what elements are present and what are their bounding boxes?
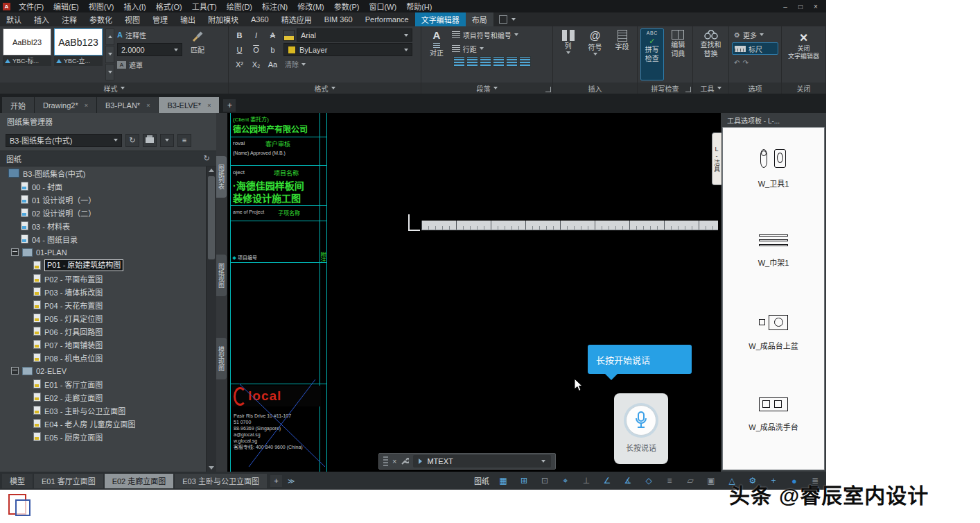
align-right-icon[interactable] — [480, 56, 491, 67]
bold-button[interactable]: B — [231, 28, 247, 42]
sheet-item[interactable]: 01 设计说明（一） — [0, 193, 207, 206]
sheet-item[interactable]: 02 设计说明（二） — [0, 206, 207, 219]
scroll-up-icon[interactable] — [209, 169, 214, 172]
italic-button[interactable]: I — [248, 28, 264, 42]
lineweight-icon[interactable]: ≡ — [663, 474, 676, 488]
bullets-numbering-button[interactable]: 项目符号和编号 — [452, 28, 550, 41]
file-tab-drawing2[interactable]: Drawing2* — [35, 97, 96, 113]
tab-featured-apps[interactable]: 精选应用 — [275, 12, 318, 26]
color-combo[interactable]: ByLayer — [283, 43, 412, 56]
align-left-icon[interactable] — [453, 56, 465, 67]
tab-manage[interactable]: 管理 — [146, 12, 174, 26]
sheet-item[interactable]: 03 - 材料表 — [0, 219, 207, 232]
layout-tab-e03[interactable]: E03 主卧与公卫立面图 — [175, 474, 267, 488]
maximize-button[interactable]: □ — [793, 0, 808, 12]
sheet-item[interactable]: E02 - 走廊立面图 — [0, 391, 207, 404]
tab-insert[interactable]: 插入 — [28, 12, 55, 26]
panel-label-close[interactable]: 关闭 — [782, 83, 825, 94]
sheet-mode-label[interactable]: 图纸 — [474, 475, 489, 486]
align-distribute-icon[interactable] — [506, 56, 518, 67]
close-text-editor-button[interactable]: × 关闭 文字编辑器 — [785, 28, 823, 80]
tab-text-editor[interactable]: 文字编辑器 — [415, 12, 466, 26]
symbol-button[interactable]: @ 符号 — [583, 28, 607, 80]
menu-edit[interactable]: 编辑(E) — [49, 0, 84, 12]
subscript-button[interactable]: X₂ — [248, 58, 264, 71]
paragraph-dialog-launcher-icon[interactable] — [545, 87, 551, 92]
menu-dimension[interactable]: 标注(N) — [257, 0, 292, 12]
close-icon[interactable] — [392, 457, 396, 465]
panel-label-style[interactable]: 样式 — [0, 83, 228, 94]
scroll-down-icon[interactable] — [209, 466, 214, 470]
command-input[interactable]: MTEXT — [413, 455, 551, 468]
new-drawing-tab-button[interactable]: + — [223, 99, 236, 112]
panel-label-spell[interactable]: 拼写检查 — [638, 83, 692, 94]
sheet-item[interactable]: P05 - 灯具定位图 — [0, 311, 207, 325]
menu-parametric[interactable]: 参数(P) — [329, 0, 365, 12]
sheet-item[interactable]: 04 - 图纸目录 — [0, 232, 207, 246]
menu-window[interactable]: 窗口(W) — [364, 0, 401, 12]
palette-item[interactable]: W_卫具1 — [723, 128, 824, 209]
underline-button[interactable]: U — [231, 43, 247, 57]
menu-help[interactable]: 帮助(H) — [401, 0, 437, 12]
columns-button[interactable]: 列 — [556, 28, 580, 80]
command-bar[interactable]: MTEXT — [378, 453, 556, 470]
drag-handle[interactable] — [383, 456, 388, 466]
tab-parametric[interactable]: 参数化 — [83, 12, 119, 26]
snap-icon[interactable]: ⊞ — [517, 474, 531, 488]
overline-button[interactable]: O — [248, 43, 264, 57]
view-options-button[interactable]: ≡ — [177, 134, 191, 147]
infer-constraints-icon[interactable]: ⊡ — [538, 474, 552, 488]
transparency-icon[interactable]: ▱ — [683, 474, 697, 488]
sheet-item[interactable]: P02 - 平面布置图 — [0, 272, 207, 285]
menu-modify[interactable]: 修改(M) — [292, 0, 329, 12]
sheet-item[interactable]: P07 - 地面铺装图 — [0, 338, 207, 351]
justify-button[interactable]: A 对正 — [424, 28, 449, 80]
menu-draw[interactable]: 绘图(D) — [222, 0, 257, 12]
annotative-toggle[interactable]: A 注释性 — [117, 28, 182, 41]
text-style-tile-1[interactable]: AaBbI23 YBC-标... — [3, 28, 51, 80]
panel-label-paragraph[interactable]: 段落 — [421, 83, 552, 94]
more-button[interactable]: ⚙ 更多 — [732, 28, 778, 41]
ruler-toggle-button[interactable]: 标尺 — [732, 42, 778, 55]
tab-sheet-list[interactable]: 图纸列表 — [216, 156, 227, 198]
close-tab-icon[interactable] — [207, 102, 211, 109]
palette-item[interactable]: W_成品洗手台 — [723, 373, 824, 455]
find-replace-button[interactable]: 查找和 替换 — [696, 28, 726, 80]
object-snap-tracking-icon[interactable]: ∡ — [621, 474, 635, 488]
sheet-item[interactable]: P04 - 天花布置图 — [0, 298, 207, 311]
wrench-icon[interactable] — [401, 457, 409, 465]
sheet-item[interactable]: E05 - 厨房立面图 — [0, 430, 207, 443]
align-default-icon[interactable] — [519, 56, 531, 67]
font-combo[interactable]: Arial — [297, 28, 412, 42]
menu-insert[interactable]: 插入(I) — [119, 0, 150, 12]
ortho-icon[interactable]: ⊥ — [579, 474, 593, 488]
close-tab-icon[interactable] — [85, 102, 88, 109]
text-editor-ruler[interactable] — [421, 221, 718, 230]
menu-file[interactable]: 文件(F) — [14, 0, 49, 12]
tab-annotate[interactable]: 注释 — [55, 12, 83, 26]
menu-tools[interactable]: 工具(T) — [187, 0, 222, 12]
tab-sheet-views[interactable]: 图纸视图 — [216, 255, 227, 296]
gallery-down-icon[interactable] — [105, 46, 114, 62]
sheet-item[interactable]: E01 - 客厅立面图 — [0, 377, 207, 391]
voice-input-button[interactable]: 长按说话 — [614, 393, 668, 464]
tab-layout[interactable]: 布局 — [466, 12, 493, 26]
gallery-expand-icon[interactable] — [105, 64, 114, 80]
object-snap-icon[interactable]: ◇ — [642, 474, 656, 488]
sheet-group-plan[interactable]: 01-PLAN — [0, 246, 207, 259]
panel-label-insert[interactable]: 插入 — [553, 83, 637, 94]
sheet-set-combo[interactable]: B3-图纸集合(中式) — [6, 134, 122, 147]
desktop-shortcut-icon[interactable] — [7, 491, 30, 522]
menu-format[interactable]: 格式(O) — [151, 0, 187, 12]
layout-tab-e01[interactable]: E01 客厅立面图 — [34, 474, 103, 488]
tab-bim360[interactable]: BIM 360 — [318, 12, 359, 26]
tab-performance[interactable]: Performance — [359, 12, 415, 26]
menu-view[interactable]: 视图(V) — [84, 0, 119, 12]
match-text-button[interactable]: 匹配 — [185, 28, 210, 80]
sheet-item[interactable]: E04 - 老人房 儿童房立面图 — [0, 417, 207, 430]
align-center-icon[interactable] — [466, 56, 478, 67]
close-tab-icon[interactable] — [146, 102, 150, 109]
undo-icon[interactable]: ↶ — [734, 59, 740, 67]
section-refresh-icon[interactable]: ↻ — [204, 154, 210, 163]
new-layout-button[interactable]: + — [270, 475, 282, 487]
